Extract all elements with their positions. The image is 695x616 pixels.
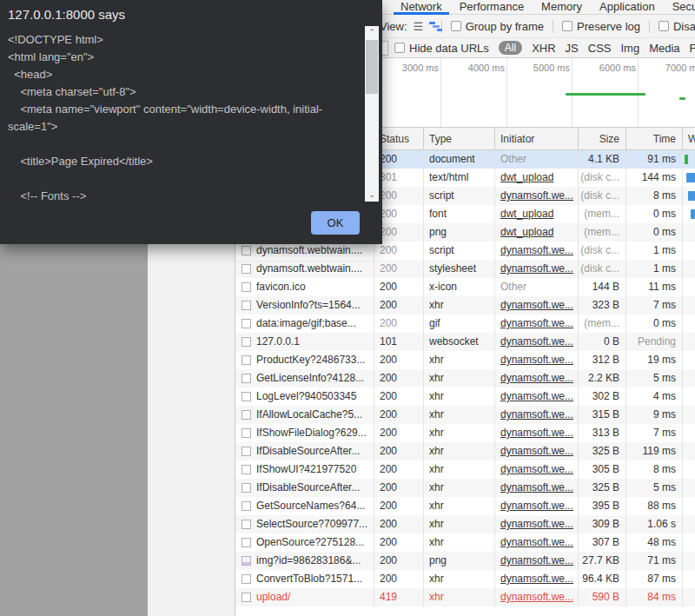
request-waterfall — [683, 406, 695, 424]
file-icon — [242, 374, 251, 383]
request-size: 313 B — [579, 424, 626, 442]
scrollbar-thumb[interactable] — [366, 40, 378, 94]
request-name: VersionInfo?ts=1564... — [256, 296, 361, 315]
preserve-log-checkbox[interactable]: Preserve log — [562, 20, 640, 33]
network-request-row[interactable]: IfAllowLocalCache?5... 200 xhr dynamsoft… — [235, 406, 695, 424]
network-request-row[interactable]: dynamsoft.webtwain.... 200 stylesheet dy… — [235, 260, 695, 278]
list-view-icon[interactable]: ☰ — [414, 21, 424, 32]
request-initiator[interactable]: dynamsoft.we... — [495, 260, 579, 278]
column-header-size[interactable]: Size — [579, 128, 626, 150]
checkbox-icon — [562, 21, 573, 31]
request-time: 48 ms — [626, 533, 683, 552]
request-initiator[interactable]: dynamsoft.we... — [495, 296, 579, 315]
waterfall-bar — [685, 155, 688, 164]
request-type: xhr — [424, 515, 495, 533]
request-initiator[interactable]: dynamsoft.we... — [495, 187, 579, 205]
tab-performance[interactable]: Performance — [451, 0, 533, 14]
filter-type-font[interactable]: Font — [690, 42, 695, 55]
network-request-row[interactable]: LogLevel?940503345 200 xhr dynamsoft.we.… — [235, 387, 695, 406]
alert-scrollbar[interactable]: ⌃ ⌄ — [365, 26, 379, 202]
request-initiator[interactable]: dynamsoft.we... — [495, 497, 579, 515]
toolbar-divider — [553, 20, 553, 33]
filter-pill-all[interactable]: All — [499, 41, 522, 55]
request-initiator[interactable]: dynamsoft.we... — [495, 515, 579, 533]
network-request-row[interactable]: img?id=986283186&... 200 png dynamsoft.w… — [235, 552, 695, 570]
network-request-row[interactable]: data:image/gif;base... 200 gif dynamsoft… — [235, 315, 695, 333]
column-header-initiator[interactable]: Initiator — [495, 128, 579, 150]
tab-network[interactable]: Network — [392, 0, 451, 14]
request-status: 101 — [374, 333, 424, 351]
request-status: 200 — [374, 260, 424, 278]
checkbox-icon — [451, 21, 461, 31]
request-initiator[interactable]: dwt_upload — [495, 205, 579, 223]
request-type: xhr — [424, 351, 495, 369]
request-status: 200 — [374, 460, 424, 479]
tab-network-label: Network — [400, 0, 442, 13]
tab-memory[interactable]: Memory — [533, 0, 591, 14]
waterfall-view-icon[interactable] — [429, 21, 432, 32]
filter-type-css[interactable]: CSS — [588, 42, 612, 55]
filter-type-js[interactable]: JS — [566, 42, 579, 55]
request-initiator[interactable]: dynamsoft.we... — [495, 460, 579, 479]
request-initiator[interactable]: dynamsoft.we... — [495, 424, 579, 442]
network-request-row[interactable]: upload/ 419 xhr dynamsoft.we... 590 B 84… — [235, 588, 695, 606]
tab-application-label: Application — [599, 0, 655, 13]
request-initiator[interactable]: dynamsoft.we... — [495, 369, 579, 387]
request-size: 4.1 KB — [579, 150, 626, 169]
disable-cache-checkbox[interactable]: Disa — [659, 20, 695, 33]
network-request-row[interactable]: 127.0.0.1 101 websocket dynamsoft.we... … — [235, 333, 695, 351]
request-initiator[interactable]: dynamsoft.we... — [495, 479, 579, 497]
request-initiator[interactable]: dynamsoft.we... — [495, 351, 579, 369]
scrollbar-down-icon[interactable]: ⌄ — [365, 189, 379, 202]
request-initiator[interactable]: dynamsoft.we... — [495, 588, 579, 606]
filter-type-media[interactable]: Media — [649, 42, 679, 55]
request-name: img?id=986283186&... — [256, 552, 361, 570]
network-request-row[interactable]: IfDisableSourceAfter... 200 xhr dynamsof… — [235, 442, 695, 460]
network-request-row[interactable]: ProductKey?2486733... 200 xhr dynamsoft.… — [235, 351, 695, 369]
request-initiator[interactable]: dwt_upload — [495, 223, 579, 242]
request-initiator[interactable]: dynamsoft.we... — [495, 570, 579, 588]
network-request-row[interactable]: VersionInfo?ts=1564... 200 xhr dynamsoft… — [235, 296, 695, 315]
network-request-row[interactable]: GetLicenseInfo?4128... 200 xhr dynamsoft… — [235, 369, 695, 387]
network-request-row[interactable]: ConvertToBlob?1571... 200 xhr dynamsoft.… — [235, 570, 695, 588]
group-by-frame-checkbox[interactable]: Group by frame — [451, 20, 544, 33]
request-initiator[interactable]: dynamsoft.we... — [495, 333, 579, 351]
network-request-row[interactable]: IfShowFileDialog?629... 200 xhr dynamsof… — [235, 424, 695, 442]
hide-data-urls-checkbox[interactable]: Hide data URLs — [394, 42, 489, 55]
tab-security[interactable]: Secu — [664, 0, 695, 14]
request-initiator[interactable]: dynamsoft.we... — [495, 552, 579, 570]
request-time: 8 ms — [626, 460, 683, 479]
file-icon — [242, 319, 251, 328]
tab-application[interactable]: Application — [591, 0, 664, 14]
disable-cache-label: Disa — [673, 20, 695, 33]
request-name: LogLevel?940503345 — [256, 387, 356, 406]
request-initiator[interactable]: dynamsoft.we... — [495, 242, 579, 260]
request-status: 200 — [374, 442, 424, 460]
request-initiator[interactable]: dynamsoft.we... — [495, 315, 579, 333]
column-header-time[interactable]: Time — [626, 128, 683, 150]
request-initiator[interactable]: dwt_upload — [495, 169, 579, 187]
request-initiator[interactable]: dynamsoft.we... — [495, 406, 579, 424]
network-request-row[interactable]: GetSourceNames?64... 200 xhr dynamsoft.w… — [235, 497, 695, 515]
network-request-row[interactable]: OpenSource?275128... 200 xhr dynamsoft.w… — [235, 533, 695, 552]
request-initiator[interactable]: dynamsoft.we... — [495, 387, 579, 406]
request-time: 1 ms — [626, 260, 683, 278]
column-header-waterfall[interactable]: W — [683, 128, 695, 150]
network-request-row[interactable]: IfDisableSourceAfter... 200 xhr dynamsof… — [235, 479, 695, 497]
ok-button[interactable]: OK — [311, 211, 360, 235]
request-size: (disk c... — [579, 242, 626, 260]
request-time: 1.06 s — [626, 515, 683, 533]
network-request-row[interactable]: IfShowUI?421977520 200 xhr dynamsoft.we.… — [235, 460, 695, 479]
request-name: ProductKey?2486733... — [256, 351, 365, 369]
request-waterfall — [683, 333, 695, 351]
network-request-row[interactable]: favicon.ico 200 x-icon Other 144 B 11 ms — [235, 278, 695, 296]
filter-type-xhr[interactable]: XHR — [532, 42, 555, 55]
request-initiator[interactable]: dynamsoft.we... — [495, 442, 579, 460]
filter-type-img[interactable]: Img — [620, 42, 639, 55]
request-initiator[interactable]: dynamsoft.we... — [495, 533, 579, 552]
network-request-row[interactable]: dynamsoft.webtwain.... 200 script dynams… — [235, 242, 695, 260]
network-request-row[interactable]: SelectSource?709977... 200 xhr dynamsoft… — [235, 515, 695, 533]
column-header-type[interactable]: Type — [424, 128, 495, 150]
request-size: (mem... — [579, 223, 626, 242]
scrollbar-up-icon[interactable]: ⌃ — [365, 26, 379, 39]
